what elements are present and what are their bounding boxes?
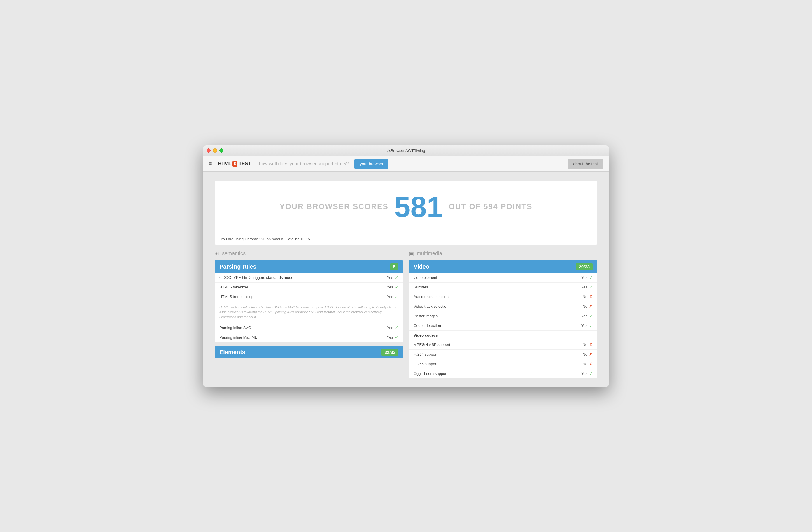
result-label: Yes <box>581 285 588 289</box>
check-icon: ✓ <box>395 275 398 280</box>
multimedia-header: ▣ multimedia <box>409 250 597 257</box>
elements-header: Elements 32/33 <box>215 346 403 358</box>
test-name: MPEG-4 ASP support <box>414 342 450 347</box>
table-row: Audio track selection No ✗ <box>409 292 597 302</box>
test-name: H.264 support <box>414 352 437 356</box>
parsing-rules-title: Parsing rules <box>219 263 256 270</box>
result-label: Yes <box>387 285 393 289</box>
logo: HTML 5 TEST <box>218 161 251 167</box>
result-label: Yes <box>387 294 393 299</box>
check-icon: ✓ <box>589 371 593 376</box>
test-result: Yes ✓ <box>387 325 398 330</box>
test-result: Yes ✓ <box>581 323 593 328</box>
table-row: HTML5 tree building Yes ✓ <box>215 292 403 302</box>
test-result: Yes ✓ <box>581 275 593 280</box>
result-label: No <box>582 342 588 347</box>
test-result: Yes ✓ <box>387 275 398 280</box>
table-row: H.264 support No ✗ <box>409 350 597 359</box>
semantics-header: ≋ semantics <box>215 250 403 257</box>
check-icon: ✓ <box>395 335 398 340</box>
video-codecs-subheading: Video codecs <box>409 331 597 340</box>
test-result: Yes ✓ <box>387 294 398 299</box>
check-icon: ✓ <box>589 323 593 328</box>
check-icon: ✗ <box>589 352 593 357</box>
video-header: Video 29/33 <box>409 260 597 273</box>
result-label: Yes <box>387 335 393 340</box>
check-icon: ✓ <box>395 285 398 290</box>
about-test-button[interactable]: about the test <box>568 159 603 169</box>
tagline: how well does your browser support html5… <box>259 161 349 167</box>
video-title: Video <box>414 263 429 270</box>
window-title: JxBrowser AWT/Swing <box>387 148 425 153</box>
logo-badge: 5 <box>232 161 237 167</box>
video-category: Video 29/33 video element Yes ✓ Subtitle… <box>409 260 597 378</box>
minimize-button[interactable] <box>213 148 217 153</box>
test-name: HTML5 tokenizer <box>219 285 248 289</box>
navbar: ≡ HTML 5 TEST how well does your browser… <box>203 156 609 172</box>
test-result: No ✗ <box>582 352 593 357</box>
test-result: Yes ✓ <box>581 314 593 318</box>
test-name: H.265 support <box>414 362 437 366</box>
check-icon: ✗ <box>589 294 593 299</box>
score-card: YOUR BROWSER SCORES 581 OUT OF 594 POINT… <box>215 181 597 245</box>
close-button[interactable] <box>206 148 211 153</box>
test-name: video element <box>414 275 437 280</box>
table-row: HTML5 tokenizer Yes ✓ <box>215 283 403 292</box>
score-label-left: YOUR BROWSER SCORES <box>280 202 389 211</box>
your-browser-button[interactable]: your browser <box>354 159 389 169</box>
parsing-note: HTML5 defines rules for embedding SVG an… <box>215 302 403 323</box>
semantics-name: semantics <box>222 250 246 257</box>
semantics-icon: ≋ <box>215 250 219 257</box>
result-label: Yes <box>387 275 393 280</box>
check-icon: ✗ <box>589 304 593 309</box>
test-result: Yes ✓ <box>581 371 593 376</box>
check-icon: ✗ <box>589 342 593 347</box>
multimedia-name: multimedia <box>417 250 442 257</box>
test-name: Codec detection <box>414 323 441 328</box>
check-icon: ✓ <box>589 275 593 280</box>
table-row: Ogg Theora support Yes ✓ <box>409 369 597 378</box>
table-row: Parsing inline MathML Yes ✓ <box>215 332 403 342</box>
result-label: Yes <box>581 314 588 318</box>
traffic-lights <box>206 148 223 153</box>
elements-title: Elements <box>219 349 245 356</box>
check-icon: ✓ <box>395 294 398 299</box>
parsing-rules-category: Parsing rules 5 <!DOCTYPE html> triggers… <box>215 260 403 342</box>
test-sections: ≋ semantics Parsing rules 5 <!DOCTYPE ht… <box>215 250 597 378</box>
test-result: No ✗ <box>582 362 593 366</box>
test-name: Audio track selection <box>414 294 449 299</box>
test-name: Poster images <box>414 314 438 318</box>
table-row: Subtitles Yes ✓ <box>409 283 597 292</box>
multimedia-section: ▣ multimedia Video 29/33 video element Y… <box>409 250 597 378</box>
test-result: Yes ✓ <box>387 285 398 290</box>
test-name: Parsing inline MathML <box>219 335 257 340</box>
score-number: 581 <box>394 192 443 221</box>
result-label: Yes <box>581 371 588 376</box>
menu-icon[interactable]: ≡ <box>209 161 212 167</box>
logo-test: TEST <box>238 161 251 167</box>
test-name: HTML5 tree building <box>219 294 253 299</box>
test-name: Ogg Theora support <box>414 371 447 376</box>
table-row: MPEG-4 ASP support No ✗ <box>409 340 597 350</box>
score-display: YOUR BROWSER SCORES 581 OUT OF 594 POINT… <box>215 181 597 233</box>
check-icon: ✗ <box>589 362 593 366</box>
video-score: 29/33 <box>576 263 593 270</box>
table-row: video element Yes ✓ <box>409 273 597 283</box>
logo-html: HTML <box>218 161 231 167</box>
table-row: H.265 support No ✗ <box>409 359 597 369</box>
parsing-rules-header: Parsing rules 5 <box>215 260 403 273</box>
parsing-rules-score: 5 <box>390 263 398 270</box>
test-result: No ✗ <box>582 304 593 309</box>
result-label: No <box>582 294 588 299</box>
result-label: No <box>582 352 588 356</box>
table-row: Parsing inline SVG Yes ✓ <box>215 323 403 332</box>
table-row: <!DOCTYPE html> triggers standards mode … <box>215 273 403 283</box>
table-row: Codec detection Yes ✓ <box>409 321 597 331</box>
test-name: <!DOCTYPE html> triggers standards mode <box>219 275 293 280</box>
test-result: No ✗ <box>582 342 593 347</box>
titlebar: JxBrowser AWT/Swing <box>203 145 609 156</box>
test-name: Parsing inline SVG <box>219 326 251 330</box>
elements-score: 32/33 <box>381 349 398 356</box>
multimedia-icon: ▣ <box>409 250 414 257</box>
maximize-button[interactable] <box>219 148 223 153</box>
